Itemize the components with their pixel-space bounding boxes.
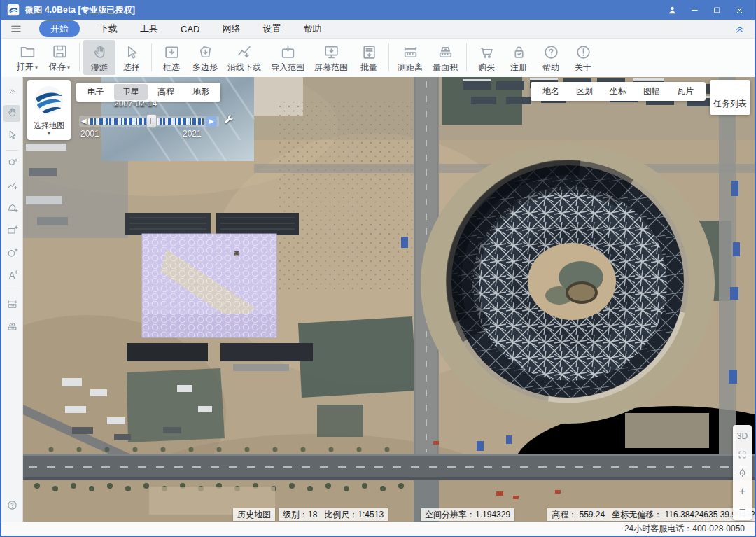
layer-tab-elevation[interactable]: 高程: [149, 84, 183, 100]
draw-polygon-button[interactable]: [4, 201, 20, 218]
timeline-slider[interactable]: ◀ ▶: [79, 116, 219, 127]
close-button[interactable]: [729, 2, 749, 18]
locate-icon[interactable]: [733, 466, 752, 481]
task-list-button[interactable]: 任务列表: [710, 80, 750, 115]
window-title: 微图 4.0Beta [专业版已授权]: [25, 4, 135, 16]
help-circle-icon: [542, 43, 560, 62]
menu-tab-tools[interactable]: 工具: [137, 21, 161, 36]
sidebar-separator: [6, 291, 18, 291]
minimize-button[interactable]: [685, 2, 704, 18]
measure-distance-tool-button[interactable]: [4, 297, 20, 314]
maximize-button[interactable]: [707, 2, 727, 18]
pan-button[interactable]: 漫游: [83, 40, 115, 75]
measure-area-icon: [437, 43, 454, 62]
dropdown-caret-icon: ▾: [35, 64, 38, 71]
menu-tab-download[interactable]: 下载: [97, 21, 120, 36]
satellite-map-image[interactable]: [23, 77, 755, 522]
buy-button[interactable]: 购买: [470, 40, 503, 75]
zoom-in-button[interactable]: +: [733, 484, 752, 499]
menu-tab-help[interactable]: 帮助: [300, 21, 324, 36]
menu-tab-start[interactable]: 开始: [39, 20, 80, 37]
sidebar-help-button[interactable]: [4, 498, 20, 515]
about-button[interactable]: 关于: [567, 40, 599, 75]
box-select-download-button[interactable]: 框选: [155, 40, 188, 75]
measure-area-button[interactable]: 量面积: [428, 40, 463, 75]
measure-area-tool-button[interactable]: [4, 319, 20, 336]
collapse-ribbon-icon[interactable]: [734, 22, 746, 35]
timeline-handle[interactable]: [146, 114, 157, 128]
along-line-download-button[interactable]: 沿线下载: [223, 40, 266, 75]
measure-distance-button[interactable]: 测距离: [393, 40, 428, 75]
screen-range-button[interactable]: 屏幕范围: [309, 40, 353, 75]
polyline-download-icon: [236, 43, 253, 62]
globe-logo-icon: [33, 84, 65, 119]
draw-circle-button[interactable]: [4, 246, 20, 263]
polygon-download-button[interactable]: 多边形: [188, 40, 223, 75]
batch-download-button[interactable]: 批量: [353, 40, 385, 75]
menu-tab-settings[interactable]: 设置: [260, 21, 284, 36]
timeline-range-end: 2021: [183, 129, 202, 139]
chevron-down-icon: ▼: [46, 131, 52, 137]
pan-tool-button[interactable]: [4, 105, 20, 122]
fullscreen-icon[interactable]: [733, 447, 752, 462]
toolbar-separator: [79, 43, 80, 71]
rectangle-plus-icon: [6, 225, 18, 239]
menubar: 开始 下载 工具 CAD 网络 设置 帮助: [1, 20, 755, 39]
import-range-button[interactable]: 导入范围: [266, 40, 309, 75]
import-range-icon: [279, 43, 297, 62]
wrench-icon[interactable]: [223, 113, 235, 128]
select-button[interactable]: 选择: [115, 40, 148, 75]
batch-list-icon: [360, 43, 378, 62]
select-tool-button[interactable]: [4, 127, 20, 144]
user-account-icon[interactable]: [662, 2, 682, 18]
toggle-mapsheet-button[interactable]: 图幅: [636, 83, 668, 99]
timeline-next-icon[interactable]: ▶: [206, 116, 217, 127]
measure-distance-icon: [6, 298, 18, 313]
menu-tab-network[interactable]: 网络: [219, 21, 243, 36]
toggle-districts-button[interactable]: 区划: [568, 83, 601, 99]
polygon-plus-icon: [6, 202, 18, 217]
expand-panel-icon[interactable]: [4, 83, 20, 99]
layer-tab-terrain[interactable]: 地形: [184, 84, 218, 100]
map-viewport[interactable]: 选择地图 ▼ 电子 卫星 高程 地形 2007-02-14 ◀ ▶ 2001 2…: [23, 77, 755, 522]
draw-freeform-button[interactable]: [4, 156, 20, 173]
polygon-download-icon: [197, 43, 214, 62]
cursor-icon: [6, 129, 18, 144]
toggle-placenames-button[interactable]: 地名: [535, 83, 567, 99]
sidebar-separator: [6, 150, 18, 151]
timeline-prev-icon[interactable]: ◀: [81, 116, 87, 127]
save-button[interactable]: 保存▾: [43, 40, 76, 75]
titlebar: 微图 4.0Beta [专业版已授权]: [1, 0, 755, 20]
view-3d-button[interactable]: 3D: [733, 428, 752, 444]
map-status-bar: 历史地图 级别：18比例尺：1:4513 空间分辨率：1.194329 高程： …: [233, 508, 711, 521]
open-button[interactable]: 打开▾: [11, 40, 43, 75]
cursor-icon: [123, 43, 141, 62]
measure-distance-icon: [402, 43, 419, 62]
text-plus-icon: [6, 270, 18, 284]
zoom-out-button[interactable]: −: [733, 502, 752, 517]
about-circle-icon: [575, 43, 592, 62]
draw-rectangle-button[interactable]: [4, 223, 20, 240]
measure-area-icon: [6, 321, 18, 335]
menu-tab-cad[interactable]: CAD: [178, 22, 202, 36]
app-logo-icon: [7, 4, 20, 16]
toggle-coordinates-button[interactable]: 坐标: [602, 83, 634, 99]
screen-range-icon: [323, 43, 340, 62]
add-text-button[interactable]: [4, 268, 20, 285]
box-download-icon: [163, 43, 181, 62]
layer-tab-electronic[interactable]: 电子: [79, 84, 113, 100]
left-toolbar: [1, 77, 23, 522]
help-button[interactable]: 帮助: [535, 40, 567, 75]
hand-icon: [6, 106, 18, 121]
status-elevation-coords: 高程： 559.24坐标无偏移： 116.38424635 39.9943220: [547, 508, 755, 521]
timeline-current-date: 2007-02-14: [114, 99, 157, 109]
hamburger-menu-icon[interactable]: [10, 22, 22, 35]
register-button[interactable]: 注册: [503, 40, 535, 75]
draw-polyline-button[interactable]: [4, 179, 20, 195]
layer-tab-satellite[interactable]: 卫星: [114, 84, 148, 100]
map-picker-label: 选择地图: [34, 120, 64, 131]
timeline-range-start: 2001: [80, 129, 99, 139]
map-source-picker[interactable]: 选择地图 ▼: [27, 80, 71, 140]
toggle-tiles-button[interactable]: 瓦片: [669, 83, 701, 99]
overlay-tools: 地名 区划 坐标 图幅 瓦片: [531, 82, 706, 101]
